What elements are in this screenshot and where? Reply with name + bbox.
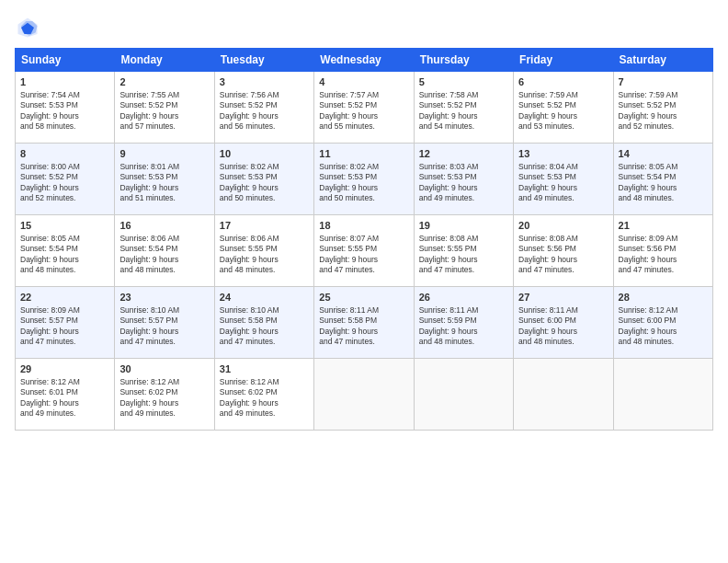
day-number: 12 [419,147,508,161]
day-number: 19 [419,219,508,233]
day-info: Sunrise: 8:08 AM Sunset: 5:56 PM Dayligh… [518,234,608,276]
day-number: 2 [119,75,209,89]
day-info: Sunrise: 8:12 AM Sunset: 6:02 PM Dayligh… [220,377,309,419]
day-number: 10 [220,147,309,161]
day-cell: 6Sunrise: 7:59 AM Sunset: 5:52 PM Daylig… [514,72,613,144]
day-info: Sunrise: 7:59 AM Sunset: 5:52 PM Dayligh… [518,90,608,132]
day-number: 23 [119,291,209,304]
day-number: 17 [220,219,309,233]
day-info: Sunrise: 7:58 AM Sunset: 5:52 PM Dayligh… [419,90,508,132]
day-info: Sunrise: 8:08 AM Sunset: 5:55 PM Dayligh… [419,234,508,276]
day-cell: 5Sunrise: 7:58 AM Sunset: 5:52 PM Daylig… [414,72,513,144]
day-info: Sunrise: 8:07 AM Sunset: 5:55 PM Dayligh… [319,234,408,276]
day-number: 9 [119,147,209,161]
week-row-1: 1Sunrise: 7:54 AM Sunset: 5:53 PM Daylig… [16,72,713,144]
header [15,15,713,40]
day-number: 22 [20,291,109,304]
day-cell: 21Sunrise: 8:09 AM Sunset: 5:56 PM Dayli… [613,215,712,287]
day-number: 13 [518,147,608,161]
day-cell: 22Sunrise: 8:09 AM Sunset: 5:57 PM Dayli… [16,287,115,359]
day-cell: 30Sunrise: 8:12 AM Sunset: 6:02 PM Dayli… [115,359,214,431]
day-cell: 20Sunrise: 8:08 AM Sunset: 5:56 PM Dayli… [514,215,613,287]
col-wednesday: Wednesday [314,49,414,72]
week-row-5: 29Sunrise: 8:12 AM Sunset: 6:01 PM Dayli… [16,359,713,431]
day-number: 30 [119,362,209,376]
day-number: 25 [319,291,408,304]
day-cell [514,359,613,431]
day-number: 28 [619,291,708,304]
day-info: Sunrise: 8:02 AM Sunset: 5:53 PM Dayligh… [220,162,309,204]
day-number: 7 [619,75,708,89]
day-cell: 2Sunrise: 7:55 AM Sunset: 5:52 PM Daylig… [115,72,214,144]
col-tuesday: Tuesday [214,49,313,72]
day-info: Sunrise: 8:00 AM Sunset: 5:52 PM Dayligh… [20,162,109,204]
day-cell: 28Sunrise: 8:12 AM Sunset: 6:00 PM Dayli… [613,287,712,359]
day-number: 5 [419,75,508,89]
day-number: 4 [319,75,408,89]
day-number: 3 [220,75,309,89]
day-cell: 14Sunrise: 8:05 AM Sunset: 5:54 PM Dayli… [613,144,712,215]
day-cell: 15Sunrise: 8:05 AM Sunset: 5:54 PM Dayli… [16,215,115,287]
day-cell: 9Sunrise: 8:01 AM Sunset: 5:53 PM Daylig… [115,144,214,215]
day-number: 27 [518,291,608,304]
day-cell: 12Sunrise: 8:03 AM Sunset: 5:53 PM Dayli… [414,144,513,215]
day-cell: 17Sunrise: 8:06 AM Sunset: 5:55 PM Dayli… [214,215,313,287]
day-cell: 1Sunrise: 7:54 AM Sunset: 5:53 PM Daylig… [16,72,115,144]
col-friday: Friday [514,49,613,72]
day-number: 15 [20,219,109,233]
day-number: 21 [619,219,708,233]
day-cell: 11Sunrise: 8:02 AM Sunset: 5:53 PM Dayli… [314,144,414,215]
day-info: Sunrise: 8:09 AM Sunset: 5:56 PM Dayligh… [619,234,708,276]
day-info: Sunrise: 8:05 AM Sunset: 5:54 PM Dayligh… [619,162,708,204]
day-cell [414,359,513,431]
day-number: 6 [518,75,608,89]
day-info: Sunrise: 8:06 AM Sunset: 5:54 PM Dayligh… [119,234,209,276]
day-number: 11 [319,147,408,161]
day-info: Sunrise: 8:10 AM Sunset: 5:58 PM Dayligh… [220,305,309,348]
day-info: Sunrise: 8:11 AM Sunset: 6:00 PM Dayligh… [518,305,608,348]
logo-icon [15,15,40,40]
day-info: Sunrise: 8:02 AM Sunset: 5:53 PM Dayligh… [319,162,408,204]
day-number: 20 [518,219,608,233]
day-cell: 25Sunrise: 8:11 AM Sunset: 5:58 PM Dayli… [314,287,414,359]
week-row-4: 22Sunrise: 8:09 AM Sunset: 5:57 PM Dayli… [16,287,713,359]
day-cell: 31Sunrise: 8:12 AM Sunset: 6:02 PM Dayli… [214,359,313,431]
day-cell: 24Sunrise: 8:10 AM Sunset: 5:58 PM Dayli… [214,287,313,359]
day-info: Sunrise: 8:12 AM Sunset: 6:00 PM Dayligh… [619,305,708,348]
day-info: Sunrise: 7:56 AM Sunset: 5:52 PM Dayligh… [220,90,309,132]
day-number: 8 [20,147,109,161]
calendar-table: Sunday Monday Tuesday Wednesday Thursday… [15,48,713,431]
day-info: Sunrise: 8:10 AM Sunset: 5:57 PM Dayligh… [119,305,209,348]
day-info: Sunrise: 8:04 AM Sunset: 5:53 PM Dayligh… [518,162,608,204]
day-info: Sunrise: 8:12 AM Sunset: 6:02 PM Dayligh… [119,377,209,419]
calendar-container: Sunday Monday Tuesday Wednesday Thursday… [0,0,728,563]
day-info: Sunrise: 8:05 AM Sunset: 5:54 PM Dayligh… [20,234,109,276]
col-thursday: Thursday [414,49,513,72]
day-info: Sunrise: 7:54 AM Sunset: 5:53 PM Dayligh… [20,90,109,132]
day-number: 29 [20,362,109,376]
day-number: 24 [220,291,309,304]
day-cell: 18Sunrise: 8:07 AM Sunset: 5:55 PM Dayli… [314,215,414,287]
week-row-3: 15Sunrise: 8:05 AM Sunset: 5:54 PM Dayli… [16,215,713,287]
day-info: Sunrise: 7:59 AM Sunset: 5:52 PM Dayligh… [619,90,708,132]
day-number: 14 [619,147,708,161]
col-saturday: Saturday [613,49,712,72]
day-cell: 3Sunrise: 7:56 AM Sunset: 5:52 PM Daylig… [214,72,313,144]
day-info: Sunrise: 8:11 AM Sunset: 5:59 PM Dayligh… [419,305,508,348]
day-cell [613,359,712,431]
day-cell: 26Sunrise: 8:11 AM Sunset: 5:59 PM Dayli… [414,287,513,359]
day-cell: 13Sunrise: 8:04 AM Sunset: 5:53 PM Dayli… [514,144,613,215]
day-cell: 8Sunrise: 8:00 AM Sunset: 5:52 PM Daylig… [16,144,115,215]
day-info: Sunrise: 8:12 AM Sunset: 6:01 PM Dayligh… [20,377,109,419]
header-row: Sunday Monday Tuesday Wednesday Thursday… [16,49,713,72]
day-info: Sunrise: 8:01 AM Sunset: 5:53 PM Dayligh… [119,162,209,204]
day-info: Sunrise: 8:03 AM Sunset: 5:53 PM Dayligh… [419,162,508,204]
day-info: Sunrise: 8:09 AM Sunset: 5:57 PM Dayligh… [20,305,109,348]
day-number: 31 [220,362,309,376]
day-cell: 29Sunrise: 8:12 AM Sunset: 6:01 PM Dayli… [16,359,115,431]
day-number: 16 [119,219,209,233]
day-cell: 10Sunrise: 8:02 AM Sunset: 5:53 PM Dayli… [214,144,313,215]
week-row-2: 8Sunrise: 8:00 AM Sunset: 5:52 PM Daylig… [16,144,713,215]
day-info: Sunrise: 7:57 AM Sunset: 5:52 PM Dayligh… [319,90,408,132]
day-info: Sunrise: 8:06 AM Sunset: 5:55 PM Dayligh… [220,234,309,276]
